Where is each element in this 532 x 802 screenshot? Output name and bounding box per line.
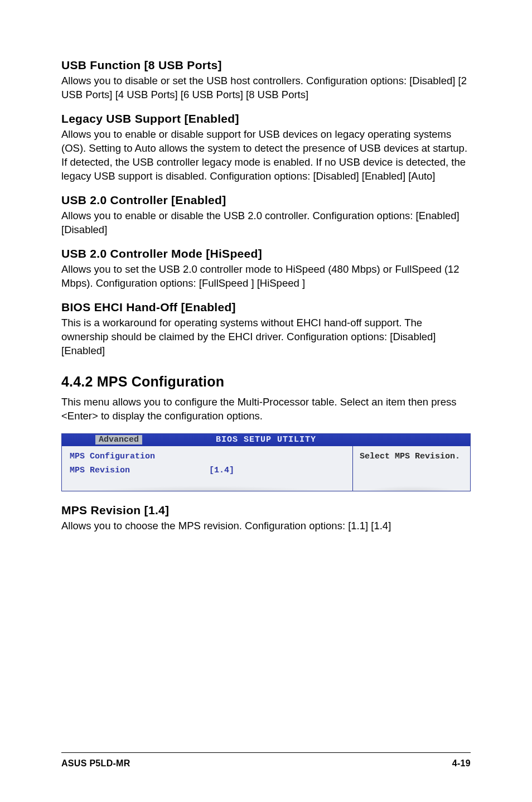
bios-title: BIOS SETUP UTILITY	[216, 435, 316, 445]
bios-screenshot: Advanced BIOS SETUP UTILITY MPS Configur…	[61, 433, 471, 491]
bios-right-pane: Select MPS Revision.	[353, 446, 470, 491]
footer-right: 4-19	[452, 758, 471, 769]
heading-legacy-usb: Legacy USB Support [Enabled]	[61, 112, 471, 125]
heading-usb20-mode: USB 2.0 Controller Mode [HiSpeed]	[61, 247, 471, 260]
bios-row-value: [1.4]	[209, 466, 234, 475]
heading-usb20-controller: USB 2.0 Controller [Enabled]	[61, 194, 471, 207]
body-mps-config: This menu allows you to configure the Mu…	[61, 395, 471, 423]
bios-tab-advanced: Advanced	[95, 435, 142, 445]
bios-help-text: Select MPS Revision.	[360, 452, 463, 461]
body-ehci: This is a workaround for operating syste…	[61, 316, 471, 358]
page-footer: ASUS P5LD-MR 4-19	[61, 752, 471, 769]
body-legacy-usb: Allows you to enable or disable support …	[61, 128, 471, 183]
body-usb20-controller: Allows you to enable or disable the USB …	[61, 209, 471, 237]
heading-mps-config: 4.4.2 MPS Configuration	[61, 374, 471, 390]
heading-ehci: BIOS EHCI Hand-Off [Enabled]	[61, 301, 471, 314]
body-usb-function: Allows you to disable or set the USB hos…	[61, 74, 471, 102]
heading-mps-revision: MPS Revision [1.4]	[61, 504, 471, 517]
bios-left-pane: MPS Configuration MPS Revision [1.4]	[62, 446, 353, 491]
footer-left: ASUS P5LD-MR	[61, 758, 130, 769]
bios-row-label: MPS Revision	[70, 466, 209, 475]
heading-usb-function: USB Function [8 USB Ports]	[61, 59, 471, 72]
body-mps-revision: Allows you to choose the MPS revision. C…	[61, 519, 471, 533]
bios-row-mps-revision: MPS Revision [1.4]	[70, 466, 345, 475]
body-usb20-mode: Allows you to set the USB 2.0 controller…	[61, 263, 471, 291]
bios-tabbar: Advanced BIOS SETUP UTILITY	[62, 434, 470, 446]
bios-config-title: MPS Configuration	[70, 452, 345, 461]
bios-body: MPS Configuration MPS Revision [1.4] Sel…	[62, 446, 470, 491]
